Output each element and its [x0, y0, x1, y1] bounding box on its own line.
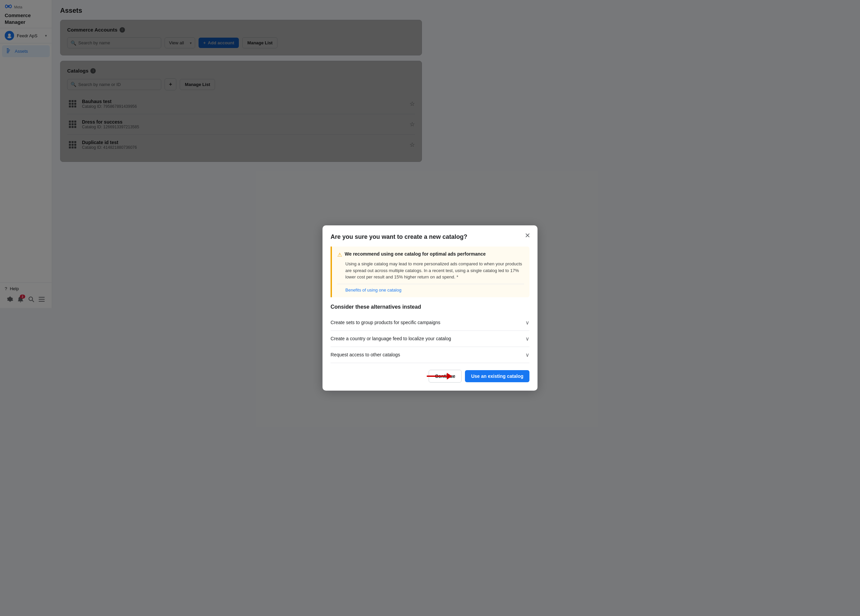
benefits-link[interactable]: Benefits of using one catalog: [337, 287, 430, 293]
warning-icon: ⚠: [337, 252, 342, 258]
confirmation-modal: ✕ Are you sure you want to create a new …: [322, 226, 430, 308]
warning-body: Using a single catalog may lead to more …: [337, 261, 430, 281]
warning-header: ⚠ We recommend using one catalog for opt…: [337, 251, 430, 258]
modal-overlay: ✕ Are you sure you want to create a new …: [0, 0, 430, 308]
warning-divider: [337, 284, 430, 284]
modal-title: Are you sure you want to create a new ca…: [331, 234, 430, 240]
alternatives-title: Consider these alternatives instead: [331, 304, 430, 308]
warning-title: We recommend using one catalog for optim…: [345, 251, 430, 257]
warning-box: ⚠ We recommend using one catalog for opt…: [331, 246, 430, 297]
